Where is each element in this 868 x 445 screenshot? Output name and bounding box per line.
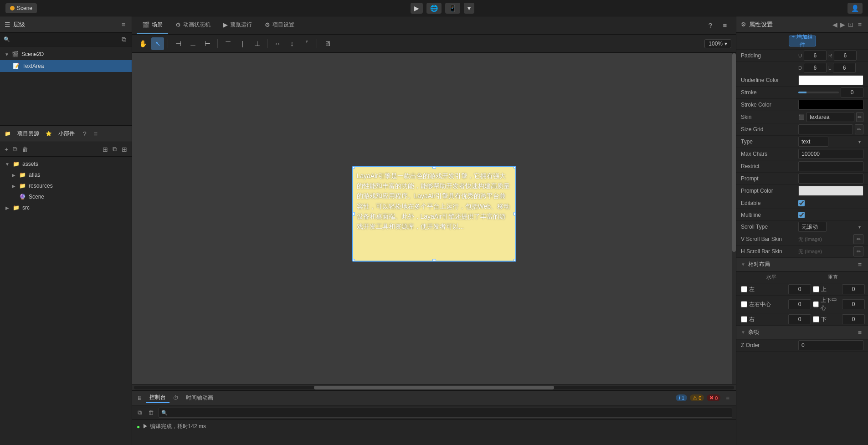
padding-R-input[interactable] (834, 51, 857, 61)
assets-widget-tab[interactable]: 小部件 (56, 129, 77, 138)
align-center-v-button[interactable]: | (236, 37, 249, 50)
screen-button[interactable]: 🖥 (321, 37, 334, 50)
console-search-input[interactable] (159, 408, 732, 418)
align-right-button[interactable]: ⊢ (201, 37, 214, 50)
left-check[interactable] (741, 286, 747, 292)
restrict-input[interactable] (798, 161, 863, 171)
help-button[interactable]: ? (704, 19, 717, 32)
tab-console[interactable]: 控制台 (146, 393, 169, 403)
canvas-right-scrollbar[interactable] (732, 53, 736, 384)
assets-project-tab[interactable]: 项目资源 (15, 129, 42, 138)
tabs-more-button[interactable]: ≡ (719, 19, 731, 32)
multiline-checkbox[interactable] (798, 212, 805, 218)
scene-tab[interactable]: Scene (5, 3, 37, 13)
size-grid-edit-button[interactable]: ✏ (855, 124, 863, 134)
props-more-button[interactable]: ≡ (856, 20, 863, 29)
underline-color-swatch[interactable] (798, 75, 863, 85)
scroll-type-select[interactable]: 无滚动 水平滚动 垂直滚动 自由滚动 (798, 222, 827, 232)
assets-add-button[interactable]: + (4, 145, 9, 154)
layers-copy-button[interactable]: ⧉ (120, 35, 128, 44)
textarea-widget[interactable]: LayaAir引擎是一款出色的游戏开发引擎，它拥有强大的性能和丰富的功能，能够帮… (352, 166, 516, 261)
select-tool-button[interactable]: ↖ (151, 37, 164, 50)
tab-preview[interactable]: ▶ 预览运行 (218, 17, 257, 34)
dist-v-button[interactable]: ↕ (286, 37, 298, 50)
dist-tl-button[interactable]: ⌜ (300, 37, 313, 50)
platform-dropdown-button[interactable]: ▾ (464, 3, 474, 14)
props-nav-right[interactable]: ▶ (840, 21, 845, 28)
center-h-input[interactable] (788, 299, 811, 309)
props-nav-left[interactable]: ◀ (832, 21, 837, 28)
layers-search-input[interactable] (13, 36, 117, 43)
prompt-color-swatch[interactable] (798, 186, 863, 196)
layers-more-button[interactable]: ≡ (120, 20, 127, 29)
size-grid-input[interactable] (798, 124, 853, 134)
tree-assets[interactable]: ▼ 📁 assets (0, 159, 132, 169)
max-chars-input[interactable] (798, 149, 863, 159)
left-input[interactable] (788, 284, 811, 294)
user-button[interactable]: 👤 (847, 3, 863, 14)
handle-bm[interactable] (432, 259, 436, 261)
hand-tool-button[interactable]: ✋ (137, 37, 149, 50)
v-scroll-edit-button[interactable]: ✏ (853, 234, 863, 244)
canvas-scrollbar[interactable] (132, 384, 736, 390)
stroke-color-swatch[interactable] (798, 100, 863, 110)
tree-resources[interactable]: ▶ 📁 resources (0, 180, 132, 191)
tree-scene[interactable]: ▶ 🔮 Scene (0, 191, 132, 202)
align-bottom-button[interactable]: ⊥ (251, 37, 263, 50)
relative-layout-section[interactable]: ▼ 相对布局 ≡ (736, 258, 868, 271)
tab-scene[interactable]: 🎬 场景 (137, 17, 168, 34)
handle-tr[interactable] (514, 166, 516, 169)
tab-animation[interactable]: ⚙ 动画状态机 (170, 17, 216, 34)
tab-project-settings[interactable]: ⚙ 项目设置 (259, 17, 300, 34)
right-input[interactable] (788, 314, 811, 324)
align-center-h-button[interactable]: ⊥ (186, 37, 199, 50)
tree-atlas[interactable]: ▶ 📁 atlas (0, 169, 132, 180)
handle-mr[interactable] (514, 212, 516, 215)
tree-src[interactable]: ▶ 📁 src (0, 202, 132, 213)
align-left-button[interactable]: ⊣ (172, 37, 185, 50)
console-trash-button[interactable]: 🗑 (146, 408, 156, 417)
globe-button[interactable]: 🌐 (426, 3, 442, 14)
handle-ml[interactable] (352, 212, 355, 215)
center-h-check[interactable] (741, 301, 747, 307)
top-input[interactable] (842, 284, 865, 294)
prompt-input[interactable] (798, 174, 863, 184)
handle-tl[interactable] (352, 166, 355, 169)
type-select[interactable]: text password number (798, 137, 828, 147)
handle-br[interactable] (514, 259, 516, 261)
assets-trash-button[interactable]: 🗑 (21, 145, 29, 154)
assets-help-button[interactable]: ? (81, 129, 88, 138)
bottom-check[interactable] (813, 316, 819, 322)
padding-L-input[interactable] (833, 63, 856, 73)
right-check[interactable] (741, 316, 747, 322)
center-v-input[interactable] (842, 299, 865, 309)
console-more-button[interactable]: ≡ (724, 394, 731, 402)
layer-scene2d[interactable]: ▼ 🎬 Scene2D (0, 48, 132, 60)
tab-timeline[interactable]: 时间轴动画 (182, 393, 217, 403)
h-scroll-edit-button[interactable]: ✏ (853, 246, 863, 256)
stroke-slider[interactable] (798, 92, 839, 93)
padding-D-input[interactable] (804, 63, 827, 73)
misc-section[interactable]: ▼ 杂项 ≡ (736, 326, 868, 339)
handle-tm[interactable] (432, 166, 436, 169)
bottom-input[interactable] (842, 314, 865, 324)
dist-h-button[interactable]: ↔ (271, 37, 284, 50)
top-check[interactable] (813, 286, 819, 292)
z-order-input[interactable] (798, 340, 863, 350)
handle-bl[interactable] (352, 259, 355, 261)
assets-copy2-button[interactable]: ⧉ (112, 144, 118, 154)
stroke-input[interactable] (841, 87, 863, 97)
assets-copy-button[interactable]: ⧉ (12, 144, 18, 154)
layer-textarea[interactable]: 📝 TextArea (0, 60, 132, 72)
padding-U-input[interactable] (804, 51, 827, 61)
relative-layout-more[interactable]: ≡ (856, 260, 863, 269)
props-max-button[interactable]: ⊡ (848, 21, 853, 28)
assets-filter-button[interactable]: ⊞ (102, 145, 109, 154)
add-component-button[interactable]: + 增加组件 (789, 36, 816, 46)
assets-search-input[interactable] (32, 146, 99, 153)
assets-more-button[interactable]: ≡ (92, 129, 99, 138)
center-v-check[interactable] (813, 301, 819, 307)
mobile-button[interactable]: 📱 (445, 3, 460, 14)
zoom-display[interactable]: 100% ▾ (704, 39, 731, 48)
skin-edit-button[interactable]: ✏ (856, 112, 863, 122)
